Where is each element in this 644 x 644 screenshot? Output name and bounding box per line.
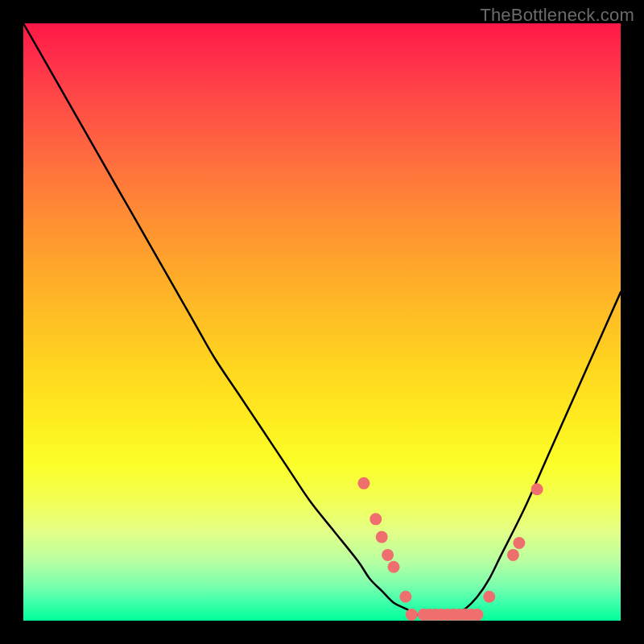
points-group [357, 477, 543, 621]
data-point [382, 549, 394, 561]
data-point [483, 591, 495, 603]
data-point [531, 483, 543, 495]
data-point [369, 513, 382, 525]
data-point [507, 549, 519, 561]
data-point [399, 591, 411, 603]
data-point [471, 609, 483, 621]
data-point [406, 609, 418, 621]
plot-area [23, 23, 621, 621]
data-point [388, 561, 400, 573]
points-layer [23, 23, 621, 621]
data-point [513, 537, 525, 549]
chart-frame: TheBottleneck.com [0, 0, 644, 644]
data-point [357, 477, 369, 489]
data-point [376, 531, 388, 543]
